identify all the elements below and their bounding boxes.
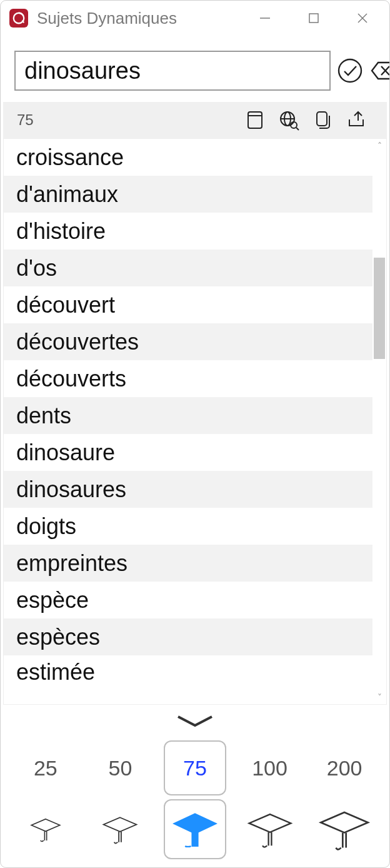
scroll-thumb[interactable]: [374, 258, 385, 359]
list-item[interactable]: découverts: [4, 360, 372, 397]
scroll-up-icon[interactable]: ˄: [372, 139, 386, 153]
window-title: Sujets Dynamiques: [37, 9, 241, 28]
minimize-button[interactable]: [241, 1, 289, 36]
svg-marker-25: [249, 814, 291, 832]
list-item[interactable]: découvert: [4, 286, 372, 323]
level-option-1[interactable]: [14, 799, 77, 859]
copy-icon[interactable]: [306, 103, 339, 137]
level-picker: [1, 799, 389, 867]
svg-marker-23: [174, 814, 216, 833]
size-picker: 25 50 75 100 200: [1, 737, 389, 799]
level-option-2[interactable]: [89, 799, 151, 859]
svg-rect-15: [317, 112, 327, 126]
size-option-50[interactable]: 50: [89, 740, 151, 795]
book-icon[interactable]: [238, 103, 272, 137]
list-item[interactable]: d'animaux: [4, 176, 372, 213]
svg-marker-17: [31, 819, 60, 832]
results-list: croissance d'animaux d'histoire d'os déc…: [4, 139, 372, 704]
search-row: [1, 36, 389, 102]
results-panel: croissance d'animaux d'histoire d'os déc…: [3, 138, 387, 705]
svg-point-5: [339, 59, 361, 82]
list-item[interactable]: espèce: [4, 582, 372, 618]
svg-rect-2: [309, 14, 318, 23]
confirm-button[interactable]: [337, 56, 363, 86]
list-item[interactable]: d'os: [4, 250, 372, 286]
svg-marker-20: [104, 817, 137, 832]
list-item[interactable]: découvertes: [4, 323, 372, 360]
svg-rect-8: [248, 112, 262, 128]
list-item[interactable]: espèces: [4, 618, 372, 655]
share-icon[interactable]: [339, 103, 373, 137]
list-item[interactable]: croissance: [4, 139, 372, 176]
expand-button[interactable]: [1, 705, 389, 737]
size-option-200[interactable]: 200: [313, 740, 376, 795]
level-option-4[interactable]: [239, 799, 301, 859]
scrollbar[interactable]: ˄ ˅: [372, 139, 386, 704]
size-option-75[interactable]: 75: [164, 740, 226, 795]
globe-search-icon[interactable]: [272, 103, 306, 137]
list-item[interactable]: empreintes: [4, 545, 372, 582]
list-item[interactable]: dinosaure: [4, 434, 372, 471]
maximize-button[interactable]: [289, 1, 338, 36]
list-item[interactable]: doigts: [4, 508, 372, 545]
svg-rect-24: [192, 832, 198, 845]
close-button[interactable]: [338, 1, 387, 36]
title-bar: Sujets Dynamiques: [1, 1, 389, 36]
level-option-5[interactable]: [313, 799, 376, 859]
toolbar: 75: [3, 102, 387, 138]
result-count: 75: [17, 111, 238, 129]
scroll-down-icon[interactable]: ˅: [372, 690, 386, 704]
svg-line-14: [296, 128, 299, 130]
app-icon: [9, 9, 28, 28]
clear-button[interactable]: [369, 56, 390, 86]
list-item[interactable]: estimée: [4, 655, 372, 688]
list-item[interactable]: d'histoire: [4, 213, 372, 250]
level-option-3[interactable]: [164, 799, 226, 859]
size-option-100[interactable]: 100: [239, 740, 301, 795]
list-item[interactable]: dinosaures: [4, 471, 372, 508]
app-window: Sujets Dynamiques 75: [0, 0, 390, 868]
size-option-25[interactable]: 25: [14, 740, 77, 795]
search-input[interactable]: [14, 51, 331, 91]
list-item[interactable]: dents: [4, 397, 372, 434]
svg-marker-28: [321, 812, 368, 832]
